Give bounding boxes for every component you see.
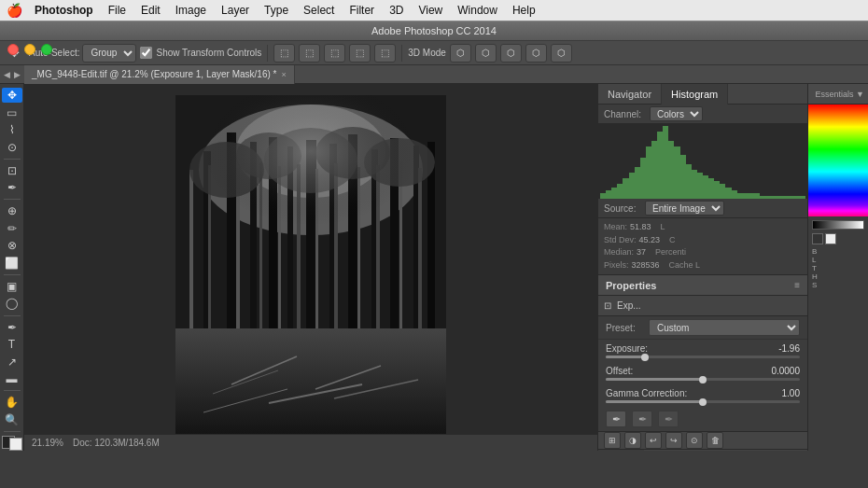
menu-photoshop[interactable]: Photoshop <box>28 0 100 21</box>
hand-tool[interactable]: ✋ <box>2 395 22 410</box>
offset-slider-track[interactable] <box>606 378 800 381</box>
fg-bg-colors[interactable] <box>2 436 22 451</box>
document-close[interactable]: × <box>282 70 287 79</box>
histogram-tab[interactable]: Histogram <box>662 84 728 105</box>
menu-view[interactable]: View <box>412 0 449 21</box>
stat-stddev: 45.23 <box>639 234 661 247</box>
move-tool[interactable]: ✥ <box>2 88 22 103</box>
eyedropper-gray[interactable]: ✒ <box>632 411 652 427</box>
gamma-slider-row: Gamma Correction: 1.00 <box>598 384 807 407</box>
channels-tab[interactable]: Channels <box>644 450 702 452</box>
menu-help[interactable]: Help <box>506 0 542 21</box>
menu-image[interactable]: Image <box>169 0 213 21</box>
shape-tool[interactable]: ▬ <box>2 371 22 386</box>
gamma-slider-thumb[interactable] <box>699 398 707 406</box>
exposure-slider-thumb[interactable] <box>641 354 649 361</box>
doc-size: Doc: 120.3M/184.6M <box>73 438 160 448</box>
menu-file[interactable]: File <box>102 0 133 21</box>
source-label: Source: <box>604 203 641 214</box>
layers-delete-btn[interactable]: 🗑 <box>707 432 723 449</box>
navigator-tab[interactable]: Navigator <box>598 84 662 105</box>
source-row: Source: Entire Image <box>598 199 807 218</box>
align-top-btn[interactable]: ⬚ <box>349 44 371 63</box>
eyedropper-tool[interactable]: ✒ <box>2 180 22 195</box>
exposure-slider-track[interactable] <box>606 356 800 358</box>
gamma-slider-fill <box>606 400 703 403</box>
eyedropper-white[interactable]: ✒ <box>658 411 679 427</box>
tool-sep-3 <box>4 274 21 275</box>
text-tool[interactable]: T <box>2 337 22 352</box>
apple-menu[interactable]: 🍎 <box>7 4 21 17</box>
3d-mode-btn3[interactable]: ⬡ <box>500 44 522 63</box>
eraser-tool[interactable]: ⬜ <box>2 256 22 271</box>
3d-mode-btn2[interactable]: ⬡ <box>475 44 497 63</box>
menu-edit[interactable]: Edit <box>134 0 167 21</box>
properties-header[interactable]: Properties ≡ <box>598 275 807 296</box>
document-tab[interactable]: _MG_9448-Edit.tif @ 21.2% (Exposure 1, L… <box>24 65 295 84</box>
zoom-tool[interactable]: 🔍 <box>2 411 22 426</box>
auto-select-dropdown[interactable]: Group Layer <box>82 44 136 63</box>
3d-mode-btn1[interactable]: ⬡ <box>450 44 471 63</box>
offset-slider-fill <box>606 378 703 381</box>
layers-adjustment-btn[interactable]: ◑ <box>624 432 641 449</box>
dodge-tool[interactable]: ◯ <box>2 296 22 311</box>
stat-pixels: 328536 <box>632 259 660 272</box>
path-select-tool[interactable]: ↗ <box>2 354 22 369</box>
paths-tab[interactable]: Paths <box>703 450 744 452</box>
color-panel-labels: B L T H S <box>812 247 864 289</box>
align-center-btn[interactable]: ⬚ <box>299 44 320 63</box>
essentials-header[interactable]: Essentials ▼ <box>808 84 868 105</box>
offset-slider-thumb[interactable] <box>699 376 707 383</box>
close-button[interactable] <box>7 44 19 55</box>
crop-tool[interactable]: ⊡ <box>2 163 22 178</box>
layers-history-btn[interactable]: ⊙ <box>686 432 703 449</box>
channel-select[interactable]: Colors RGB Red Green Blue <box>650 106 703 121</box>
marquee-tool[interactable]: ▭ <box>2 105 22 119</box>
gradient-tool[interactable]: ▣ <box>2 279 22 294</box>
stamp-tool[interactable]: ⊗ <box>2 238 22 253</box>
document-filename: _MG_9448-Edit.tif @ 21.2% (Exposure 1, L… <box>32 69 277 79</box>
panel-collapse-icon[interactable]: ≡ <box>794 280 800 290</box>
zoom-level: 21.19% <box>32 438 63 448</box>
3d-mode-label: 3D Mode <box>408 48 446 58</box>
layers-redo-btn[interactable]: ↪ <box>665 432 682 449</box>
menu-select[interactable]: Select <box>297 0 341 21</box>
fg-color-box[interactable] <box>812 233 823 244</box>
options-bar: ✥ Auto-Select: Group Layer Show Transfor… <box>0 41 868 65</box>
show-transform-checkbox[interactable] <box>140 47 152 59</box>
spot-heal-tool[interactable]: ⊕ <box>2 203 22 218</box>
divider-1 <box>267 45 268 62</box>
bg-color-box[interactable] <box>825 233 836 244</box>
source-select[interactable]: Entire Image <box>645 201 724 216</box>
layers-undo-btn[interactable]: ↩ <box>645 432 662 449</box>
menu-layer[interactable]: Layer <box>215 0 256 21</box>
color-spectrum[interactable] <box>808 105 868 216</box>
preset-select[interactable]: Custom <box>649 319 800 336</box>
pen-tool[interactable]: ✒ <box>2 319 22 334</box>
lasso-tool[interactable]: ⌇ <box>2 122 22 137</box>
3d-mode-btn5[interactable]: ⬡ <box>551 44 572 63</box>
gamma-slider-track[interactable] <box>606 400 800 403</box>
histogram-stats: Mean:51.83 L Std Dev:45.23 C Median:37 P… <box>598 218 807 274</box>
quick-select-tool[interactable]: ⊙ <box>2 139 22 154</box>
menu-type[interactable]: Type <box>258 0 295 21</box>
svg-rect-39 <box>175 95 446 282</box>
exposure-label: Exp... <box>617 300 641 311</box>
minimize-button[interactable] <box>24 44 35 55</box>
right-content: Navigator Histogram Channel: Colors RGB … <box>597 84 868 451</box>
window-controls <box>7 44 52 55</box>
3d-mode-btn4[interactable]: ⬡ <box>525 44 547 63</box>
align-right-btn[interactable]: ⬚ <box>324 44 345 63</box>
layers-new-group-btn[interactable]: ⊞ <box>604 432 621 449</box>
maximize-button[interactable] <box>41 44 52 55</box>
menu-filter[interactable]: Filter <box>343 0 381 21</box>
layers-tab[interactable]: Layers <box>598 450 644 452</box>
forest-image <box>175 95 446 440</box>
eyedropper-black[interactable]: ✒ <box>606 411 626 427</box>
menu-3d[interactable]: 3D <box>383 0 410 21</box>
brush-tool[interactable]: ✏ <box>2 221 22 236</box>
align-middle-btn[interactable]: ⬚ <box>374 44 396 63</box>
align-left-btn[interactable]: ⬚ <box>273 44 295 63</box>
canvas-image[interactable] <box>175 95 446 440</box>
menu-window[interactable]: Window <box>451 0 504 21</box>
